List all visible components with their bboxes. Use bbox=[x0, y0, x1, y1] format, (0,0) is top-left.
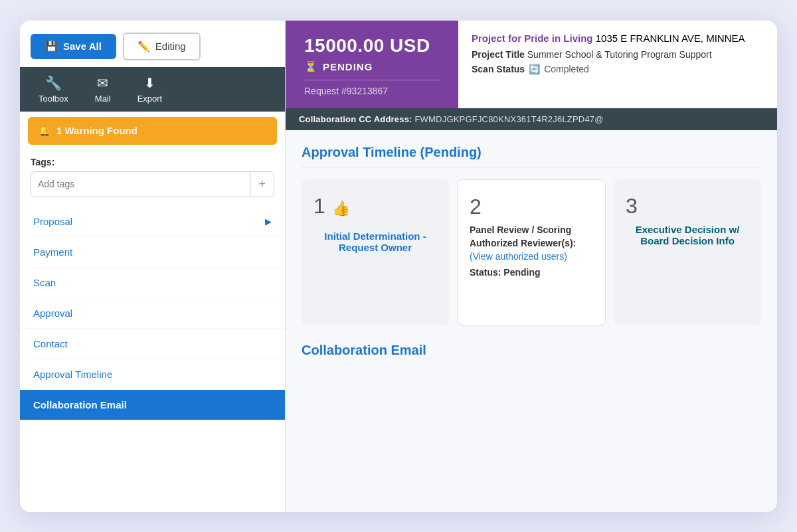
card-2-subtitle: Panel Review / Scoring bbox=[470, 224, 571, 235]
sidebar-toolbar: 💾 Save All ✏️ Editing bbox=[20, 21, 285, 67]
nav-item-collaboration-email[interactable]: Collaboration Email bbox=[20, 390, 285, 420]
timeline-card-2: 2 Panel Review / Scoring Authorized Revi… bbox=[457, 179, 606, 325]
tags-add-button[interactable]: + bbox=[250, 172, 274, 197]
timeline-card-3: 3 Executive Decision w/ Board Decision I… bbox=[614, 179, 761, 325]
project-info: Project for Pride in Living 1035 E FRANK… bbox=[458, 21, 777, 108]
nav-item-payment[interactable]: Payment bbox=[20, 237, 285, 268]
project-address: 1035 E FRANKLIN AVE, MINNEA bbox=[596, 33, 745, 44]
pending-icon: ⏳ bbox=[304, 60, 317, 73]
view-authorized-users-link[interactable]: (View authorized users) bbox=[470, 251, 567, 262]
project-title-row: Project Title Summer School & Tutoring P… bbox=[472, 49, 764, 60]
nav-menu: Proposal ▶ Payment Scan Approval Contact… bbox=[20, 207, 285, 512]
project-title-label: Project Title bbox=[472, 49, 525, 60]
mail-label: Mail bbox=[95, 94, 111, 104]
export-label: Export bbox=[137, 94, 163, 104]
nav-label-contact: Contact bbox=[33, 338, 68, 349]
amount-box: 15000.00 USD ⏳ PENDING Request #93213867 bbox=[286, 21, 458, 108]
bell-icon: 🔔 bbox=[39, 125, 51, 137]
card-2-status: Status: Pending bbox=[470, 267, 541, 278]
edit-icon: ✏️ bbox=[137, 41, 150, 52]
nav-label-approval: Approval bbox=[33, 308, 72, 319]
export-icon: ⬇ bbox=[144, 75, 155, 91]
scan-status-label: Scan Status bbox=[472, 64, 525, 74]
scan-status-value: Completed bbox=[544, 64, 589, 74]
collab-email-title: Collaboration Email bbox=[302, 343, 761, 358]
card-2-number: 2 bbox=[470, 195, 482, 219]
card-3-number: 3 bbox=[626, 194, 638, 219]
toolbox-icon: 🔧 bbox=[45, 75, 62, 91]
collab-address-label: Collaboration CC Address: bbox=[299, 114, 412, 124]
scan-status-row: Scan Status 🔄 Completed bbox=[472, 64, 764, 74]
card-2-auth-label: Authorized Reviewer(s): bbox=[470, 238, 576, 248]
request-number: Request #93213867 bbox=[304, 80, 440, 96]
thumbsup-icon: 👍 bbox=[332, 200, 350, 217]
warning-text: 1 Warning Found bbox=[56, 125, 137, 136]
chevron-right-icon: ▶ bbox=[265, 217, 272, 226]
icon-toolbar: 🔧 Toolbox ✉ Mail ⬇ Export bbox=[20, 67, 285, 112]
nav-label-approval-timeline: Approval Timeline bbox=[33, 369, 112, 380]
collab-address-bar: Collaboration CC Address: FWMDJGKPGFJC80… bbox=[286, 108, 777, 130]
section-divider bbox=[302, 167, 761, 167]
tags-section: Tags: + bbox=[20, 150, 285, 201]
timeline-title: Approval Timeline (Pending) bbox=[302, 145, 761, 160]
nav-item-proposal[interactable]: Proposal ▶ bbox=[20, 207, 285, 237]
mail-button[interactable]: ✉ Mail bbox=[82, 67, 124, 112]
card-1-number-row: 1 👍 bbox=[313, 194, 350, 224]
nav-item-approval-timeline[interactable]: Approval Timeline bbox=[20, 359, 285, 390]
nav-label-payment: Payment bbox=[33, 246, 72, 258]
timeline-cards: 1 👍 Initial Determination - Request Owne… bbox=[302, 179, 761, 325]
project-org: Project for Pride in Living bbox=[472, 33, 593, 44]
project-title-value: Summer School & Tutoring Program Support bbox=[527, 49, 712, 60]
status-row: ⏳ PENDING bbox=[304, 60, 440, 73]
app-window: 💾 Save All ✏️ Editing 🔧 Toolbox ✉ Mail ⬇… bbox=[20, 21, 777, 512]
pending-status: PENDING bbox=[323, 61, 373, 72]
export-button[interactable]: ⬇ Export bbox=[124, 67, 176, 112]
nav-label-collaboration-email: Collaboration Email bbox=[33, 399, 127, 410]
nav-label-scan: Scan bbox=[33, 277, 56, 288]
warning-banner[interactable]: 🔔 1 Warning Found bbox=[28, 117, 277, 145]
editing-button[interactable]: ✏️ Editing bbox=[123, 33, 201, 60]
project-name: Project for Pride in Living 1035 E FRANK… bbox=[472, 33, 764, 44]
tags-input-row: + bbox=[31, 171, 274, 197]
mail-icon: ✉ bbox=[97, 75, 108, 91]
collab-address-value: FWMDJGKPGFJC80KNX361T4R2J6LZPD47@ bbox=[414, 114, 603, 124]
main-content: 15000.00 USD ⏳ PENDING Request #93213867… bbox=[286, 21, 777, 512]
toolbox-label: Toolbox bbox=[39, 94, 68, 104]
refresh-icon: 🔄 bbox=[529, 64, 540, 74]
save-icon: 💾 bbox=[45, 41, 58, 52]
collab-email-section: Collaboration Email bbox=[286, 336, 777, 371]
nav-label-proposal: Proposal bbox=[33, 216, 72, 227]
card-3-title: Executive Decision w/ Board Decision Inf… bbox=[626, 224, 749, 246]
card-2-status-label: Status: bbox=[470, 267, 501, 278]
timeline-section: Approval Timeline (Pending) 1 👍 Initial … bbox=[286, 130, 777, 336]
card-1-title: Initial Determination - Request Owner bbox=[313, 230, 437, 253]
nav-item-scan[interactable]: Scan bbox=[20, 268, 285, 298]
amount-value: 15000.00 USD bbox=[304, 35, 440, 56]
toolbox-button[interactable]: 🔧 Toolbox bbox=[25, 67, 82, 112]
nav-item-approval[interactable]: Approval bbox=[20, 298, 285, 329]
save-button-label: Save All bbox=[63, 41, 102, 52]
save-all-button[interactable]: 💾 Save All bbox=[31, 34, 116, 59]
tags-input[interactable] bbox=[31, 173, 250, 195]
tags-label: Tags: bbox=[31, 157, 274, 167]
card-1-number: 1 bbox=[313, 194, 325, 219]
card-2-status-value: Pending bbox=[503, 267, 540, 278]
nav-item-contact[interactable]: Contact bbox=[20, 329, 285, 359]
timeline-card-1: 1 👍 Initial Determination - Request Owne… bbox=[302, 179, 449, 325]
editing-button-label: Editing bbox=[155, 41, 186, 52]
main-header: 15000.00 USD ⏳ PENDING Request #93213867… bbox=[286, 21, 777, 108]
sidebar: 💾 Save All ✏️ Editing 🔧 Toolbox ✉ Mail ⬇… bbox=[20, 21, 286, 512]
